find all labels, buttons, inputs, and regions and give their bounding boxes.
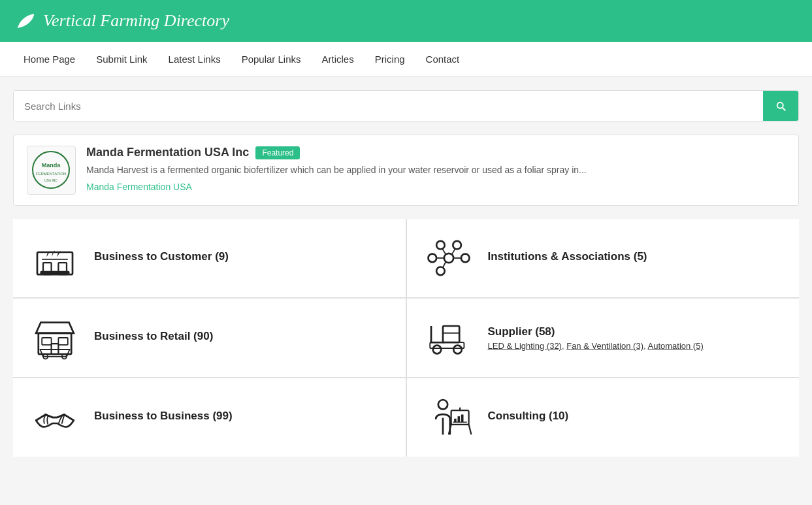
nav-popular[interactable]: Popular Links	[231, 42, 312, 76]
supplier-sub-led[interactable]: LED & Lighting (32)	[488, 341, 562, 351]
svg-point-9	[444, 253, 453, 263]
consulting-icon	[423, 391, 475, 444]
featured-logo: Manda FERMENTATION USA INC	[27, 146, 76, 195]
category-institutions-info: Institutions & Associations (5)	[488, 250, 784, 266]
svg-rect-38	[457, 416, 460, 422]
svg-line-42	[468, 425, 471, 434]
featured-description: Manda Harvest is a fermented organic bio…	[86, 163, 785, 177]
category-b2c[interactable]: Business to Customer (9)	[13, 219, 406, 297]
svg-point-14	[436, 267, 445, 276]
nav-latest[interactable]: Latest Links	[158, 42, 231, 76]
svg-line-19	[443, 261, 446, 267]
manda-logo: Manda FERMENTATION USA INC	[30, 149, 73, 191]
featured-content: Manda Fermentation USA Inc Featured Mand…	[86, 146, 785, 193]
supplier-sub-fan[interactable]: Fan & Ventilation (3)	[566, 341, 643, 351]
nav-articles[interactable]: Articles	[312, 42, 365, 76]
featured-title-row: Manda Fermentation USA Inc Featured	[86, 146, 785, 159]
supplier-icon	[423, 312, 475, 364]
retail-icon	[29, 312, 81, 364]
search-bar	[13, 90, 799, 122]
main-nav: Home Page Submit Link Latest Links Popul…	[0, 42, 812, 77]
svg-text:FERMENTATION: FERMENTATION	[36, 172, 66, 176]
svg-rect-37	[454, 419, 457, 422]
category-b2r[interactable]: Business to Retail (90)	[13, 299, 406, 377]
svg-point-10	[428, 254, 436, 263]
category-b2c-name: Business to Customer (9)	[94, 250, 390, 263]
svg-rect-26	[443, 326, 459, 342]
svg-point-12	[436, 241, 445, 250]
svg-rect-8	[41, 271, 70, 274]
category-supplier[interactable]: Supplier (58) LED & Lighting (32), Fan &…	[407, 299, 800, 377]
category-grid: Business to Customer (9)	[13, 219, 799, 457]
nav-contact[interactable]: Contact	[415, 42, 470, 76]
svg-point-0	[33, 152, 69, 188]
category-supplier-info: Supplier (58) LED & Lighting (32), Fan &…	[488, 325, 784, 351]
svg-line-18	[451, 249, 455, 255]
leaf-icon	[13, 9, 37, 33]
featured-link[interactable]: Manda Fermentation USA	[86, 182, 192, 192]
svg-point-31	[453, 346, 462, 354]
featured-badge: Featured	[255, 146, 300, 159]
featured-name: Manda Fermentation USA Inc	[86, 146, 249, 159]
category-consulting[interactable]: Consulting (10)	[407, 378, 800, 457]
main-content: Manda FERMENTATION USA INC Manda Ferment…	[0, 77, 812, 470]
svg-text:USA INC: USA INC	[44, 178, 57, 182]
category-b2c-info: Business to Customer (9)	[94, 250, 390, 266]
search-icon	[775, 100, 787, 112]
category-b2b-name: Business to Business (99)	[94, 410, 390, 423]
category-consulting-name: Consulting (10)	[488, 410, 784, 423]
featured-card: Manda FERMENTATION USA INC Manda Ferment…	[13, 135, 799, 206]
svg-rect-23	[58, 338, 67, 345]
nav-pricing[interactable]: Pricing	[365, 42, 415, 76]
nav-home[interactable]: Home Page	[13, 42, 86, 76]
search-input[interactable]	[14, 91, 763, 121]
shopping-icon	[29, 232, 81, 284]
svg-text:Manda: Manda	[42, 162, 61, 169]
category-consulting-info: Consulting (10)	[488, 410, 784, 425]
category-b2r-info: Business to Retail (90)	[94, 330, 390, 346]
svg-rect-21	[52, 344, 59, 354]
category-b2b[interactable]: Business to Business (99)	[13, 378, 406, 457]
svg-point-33	[438, 400, 447, 409]
category-institutions[interactable]: Institutions & Associations (5)	[407, 219, 800, 297]
supplier-sub-automation[interactable]: Automation (5)	[648, 341, 704, 351]
category-supplier-sub: LED & Lighting (32), Fan & Ventilation (…	[488, 341, 784, 351]
logo[interactable]: Vertical Farming Directory	[13, 9, 229, 33]
category-b2r-name: Business to Retail (90)	[94, 330, 390, 343]
svg-rect-39	[461, 415, 463, 423]
nav-submit[interactable]: Submit Link	[86, 42, 157, 76]
svg-point-13	[453, 241, 461, 250]
category-supplier-name: Supplier (58)	[488, 325, 784, 338]
header: Vertical Farming Directory	[0, 0, 812, 42]
svg-line-17	[442, 249, 446, 255]
svg-rect-22	[42, 338, 51, 345]
network-icon	[423, 232, 475, 284]
category-institutions-name: Institutions & Associations (5)	[488, 250, 784, 263]
svg-point-30	[432, 346, 441, 354]
search-button[interactable]	[763, 91, 798, 121]
svg-point-11	[461, 254, 469, 263]
handshake-icon	[29, 391, 81, 444]
site-title: Vertical Farming Directory	[43, 11, 229, 31]
category-b2b-info: Business to Business (99)	[94, 410, 390, 425]
